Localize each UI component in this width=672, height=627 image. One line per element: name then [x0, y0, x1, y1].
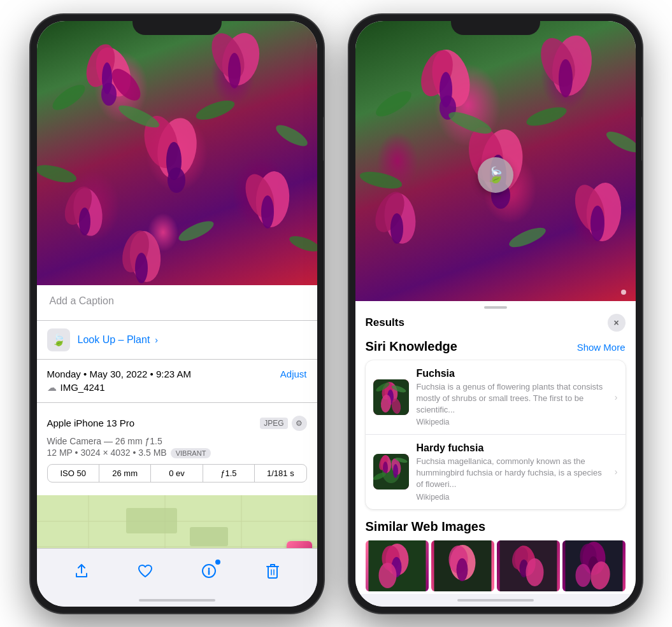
- left-phone: Add a Caption 🍃 Look Up – Plant › Monday…: [31, 15, 324, 613]
- caption-placeholder: Add a Caption: [50, 295, 114, 306]
- svg-point-53: [590, 206, 604, 241]
- look-up-row[interactable]: 🍃 Look Up – Plant ›: [37, 321, 317, 360]
- filename-text: IMG_4241: [61, 382, 105, 393]
- fuchsia-description: Fuchsia is a genus of flowering plants t…: [417, 381, 607, 416]
- siri-knowledge-title: Siri Knowledge: [366, 339, 457, 354]
- svg-point-21: [48, 80, 89, 114]
- info-badge: [214, 558, 222, 566]
- svg-point-26: [176, 217, 216, 244]
- svg-point-14: [79, 208, 90, 236]
- show-more-button[interactable]: Show More: [577, 342, 626, 353]
- knowledge-item-fuchsia[interactable]: Fuchsia Fuchsia is a genus of flowering …: [366, 360, 626, 435]
- similar-image-3[interactable]: [497, 540, 560, 591]
- svg-point-17: [261, 195, 274, 229]
- bottom-toolbar: [37, 548, 317, 594]
- similar-images-title: Similar Web Images: [366, 519, 626, 534]
- camera-model-text: Apple iPhone 13 Pro: [47, 418, 135, 428]
- svg-point-24: [273, 121, 310, 150]
- left-photo-section[interactable]: [37, 21, 317, 285]
- svg-rect-35: [190, 527, 228, 546]
- results-handle: [355, 301, 636, 311]
- fuchsia-text: Fuchsia Fuchsia is a genus of flowering …: [417, 368, 607, 427]
- svg-point-85: [456, 558, 468, 581]
- page-indicator: [621, 290, 626, 295]
- svg-point-56: [524, 103, 569, 129]
- results-content: Siri Knowledge Show More: [355, 339, 636, 594]
- svg-point-25: [37, 161, 78, 185]
- svg-point-81: [378, 563, 396, 588]
- results-title: Results: [366, 316, 404, 329]
- vibrant-badge: VIBRANT: [171, 448, 211, 458]
- right-photo-section: 🍃: [355, 21, 636, 301]
- siri-knowledge-header: Siri Knowledge Show More: [366, 339, 626, 354]
- adjust-button[interactable]: Adjust: [280, 369, 307, 379]
- svg-point-74: [393, 464, 398, 478]
- format-badge: JPEG: [260, 418, 287, 429]
- similar-image-4[interactable]: [562, 540, 626, 591]
- fuchsia-name: Fuchsia: [417, 368, 607, 379]
- svg-point-4: [101, 83, 117, 106]
- right-home-indicator: [355, 594, 636, 607]
- close-button[interactable]: ×: [608, 314, 626, 332]
- favorite-button[interactable]: [131, 557, 159, 585]
- exif-row: ISO 50 26 mm 0 ev ƒ1.5 1/181 s: [47, 464, 307, 483]
- hardy-fuchsia-text: Hardy fuchsia Fuchsia magellanica, commo…: [417, 442, 607, 502]
- exif-ev: 0 ev: [151, 465, 203, 482]
- leaf-icon: 🍃: [52, 333, 66, 347]
- lookup-dot: [494, 171, 497, 175]
- svg-point-50: [390, 213, 403, 244]
- look-up-text: Look Up – Plant ›: [78, 334, 158, 346]
- svg-point-11: [168, 167, 185, 193]
- svg-point-96: [575, 564, 590, 587]
- camera-detail-text: Wide Camera — 26 mm ƒ1.5: [47, 436, 307, 446]
- svg-point-54: [372, 86, 415, 120]
- info-button[interactable]: [195, 557, 223, 585]
- similar-section: Similar Web Images: [366, 519, 626, 591]
- delete-button[interactable]: [259, 557, 287, 585]
- svg-rect-31: [88, 495, 89, 548]
- camera-badges: JPEG ⚙: [260, 416, 306, 431]
- camera-specs-text: 12 MP • 3024 × 4032 • 3.5 MB: [47, 447, 167, 458]
- drag-handle: [484, 306, 507, 309]
- settings-icon[interactable]: ⚙: [292, 416, 307, 431]
- svg-point-72: [383, 461, 388, 474]
- date-section: Monday • May 30, 2022 • 9:23 AM Adjust ☁…: [37, 360, 317, 403]
- svg-point-58: [358, 168, 403, 192]
- svg-point-27: [287, 232, 317, 254]
- map-thumbnail: [287, 541, 312, 548]
- hardy-fuchsia-thumbnail: [373, 454, 409, 490]
- svg-rect-34: [126, 508, 177, 533]
- exif-shutter: 1/181 s: [255, 465, 306, 482]
- svg-point-7: [228, 53, 241, 88]
- similar-image-1[interactable]: [366, 540, 429, 591]
- svg-point-43: [559, 59, 573, 97]
- fuchsia-chevron-icon: ›: [615, 392, 618, 402]
- fuchsia-source: Wikipedia: [417, 418, 607, 426]
- camera-specs-row: 12 MP • 3024 × 4032 • 3.5 MB VIBRANT: [47, 447, 307, 459]
- right-phone: 🍃 Results × Siri Knowledge Show More: [349, 15, 642, 613]
- cloud-icon: ☁: [47, 382, 57, 393]
- look-up-icon: 🍃: [47, 328, 70, 351]
- svg-point-59: [506, 223, 548, 251]
- hardy-fuchsia-source: Wikipedia: [417, 493, 607, 502]
- camera-section: Apple iPhone 13 Pro JPEG ⚙ Wide Camera —…: [37, 408, 317, 490]
- svg-point-55: [446, 108, 494, 137]
- similar-images-row: [366, 540, 626, 591]
- hardy-fuchsia-name: Hardy fuchsia: [417, 442, 607, 454]
- exif-iso: ISO 50: [48, 465, 99, 482]
- svg-point-20: [135, 253, 148, 283]
- knowledge-item-hardy-fuchsia[interactable]: Hardy fuchsia Fuchsia magellanica, commo…: [366, 435, 626, 509]
- exif-focal: 26 mm: [99, 465, 151, 482]
- svg-rect-33: [241, 495, 242, 548]
- exif-aperture: ƒ1.5: [203, 465, 255, 482]
- similar-image-2[interactable]: [431, 540, 494, 591]
- svg-point-57: [603, 127, 635, 156]
- fuchsia-thumbnail: [373, 379, 409, 415]
- svg-rect-30: [37, 546, 317, 547]
- share-button[interactable]: [68, 557, 96, 585]
- caption-area[interactable]: Add a Caption: [37, 285, 317, 321]
- map-section[interactable]: [37, 495, 317, 548]
- svg-point-90: [525, 558, 543, 586]
- hardy-fuchsia-description: Fuchsia magellanica, commonly known as t…: [417, 456, 607, 491]
- knowledge-card: Fuchsia Fuchsia is a genus of flowering …: [366, 360, 626, 509]
